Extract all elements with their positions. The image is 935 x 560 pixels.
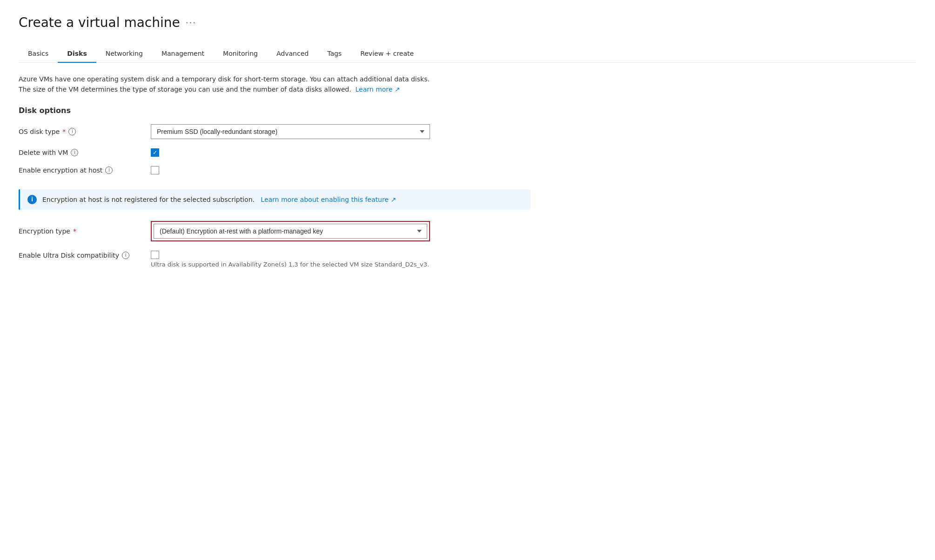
ultra-disk-note: Ultra disk is supported in Availability … <box>151 261 429 268</box>
info-banner-icon: i <box>27 195 37 204</box>
encryption-type-required: * <box>73 227 76 235</box>
os-disk-type-group: OS disk type * i Premium SSD (locally-re… <box>19 124 916 139</box>
enable-encryption-info-icon[interactable]: i <box>105 167 113 174</box>
encryption-type-group: Encryption type * (Default) Encryption a… <box>19 221 916 241</box>
enable-encryption-checkbox-wrapper <box>151 166 159 174</box>
encryption-type-wrapper: (Default) Encryption at-rest with a plat… <box>151 221 430 241</box>
ultra-disk-checkbox[interactable] <box>151 251 159 259</box>
tab-monitoring[interactable]: Monitoring <box>214 45 267 63</box>
os-disk-type-info-icon[interactable]: i <box>68 128 76 135</box>
description-text: Azure VMs have one operating system disk… <box>19 74 531 95</box>
disk-options-section-title: Disk options <box>19 106 916 115</box>
os-disk-type-select[interactable]: Premium SSD (locally-redundant storage) … <box>151 124 430 139</box>
ultra-disk-info-icon[interactable]: i <box>122 252 129 259</box>
encryption-type-select-wrapper: (Default) Encryption at-rest with a plat… <box>154 224 427 239</box>
os-disk-type-control: Premium SSD (locally-redundant storage) … <box>151 124 430 139</box>
encryption-type-label: Encryption type * <box>19 227 140 235</box>
tab-tags[interactable]: Tags <box>318 45 351 63</box>
delete-with-vm-info-icon[interactable]: i <box>71 149 78 156</box>
os-disk-type-required: * <box>62 128 66 135</box>
delete-with-vm-checkbox[interactable] <box>151 148 159 157</box>
tab-review-create[interactable]: Review + create <box>351 45 423 63</box>
delete-with-vm-group: Delete with VM i <box>19 148 916 157</box>
page-title: Create a virtual machine ··· <box>19 15 916 30</box>
encryption-type-select[interactable]: (Default) Encryption at-rest with a plat… <box>154 224 427 239</box>
ultra-disk-label: Enable Ultra Disk compatibility i <box>19 251 140 259</box>
learn-more-link[interactable]: Learn more ↗ <box>356 86 400 93</box>
ultra-disk-checkbox-wrapper <box>151 251 429 259</box>
os-disk-type-label: OS disk type * i <box>19 128 140 135</box>
tab-management[interactable]: Management <box>152 45 214 63</box>
enable-encryption-group: Enable encryption at host i <box>19 166 916 174</box>
encryption-info-banner: i Encryption at host is not registered f… <box>19 189 531 210</box>
info-banner-text: Encryption at host is not registered for… <box>42 196 396 203</box>
enable-encryption-checkbox[interactable] <box>151 166 159 174</box>
os-disk-type-select-wrapper: Premium SSD (locally-redundant storage) … <box>151 124 430 139</box>
ultra-disk-control: Ultra disk is supported in Availability … <box>151 251 429 268</box>
enable-encryption-label: Enable encryption at host i <box>19 167 140 174</box>
page-title-ellipsis: ··· <box>186 18 196 27</box>
tab-networking[interactable]: Networking <box>96 45 152 63</box>
learn-more-feature-link[interactable]: Learn more about enabling this feature ↗ <box>259 196 396 203</box>
tab-disks[interactable]: Disks <box>58 45 96 63</box>
delete-with-vm-checkbox-wrapper <box>151 148 159 157</box>
ultra-disk-group: Enable Ultra Disk compatibility i Ultra … <box>19 251 916 268</box>
tab-basics[interactable]: Basics <box>19 45 58 63</box>
delete-with-vm-label: Delete with VM i <box>19 149 140 156</box>
tab-advanced[interactable]: Advanced <box>267 45 318 63</box>
tab-navigation: Basics Disks Networking Management Monit… <box>19 45 916 63</box>
